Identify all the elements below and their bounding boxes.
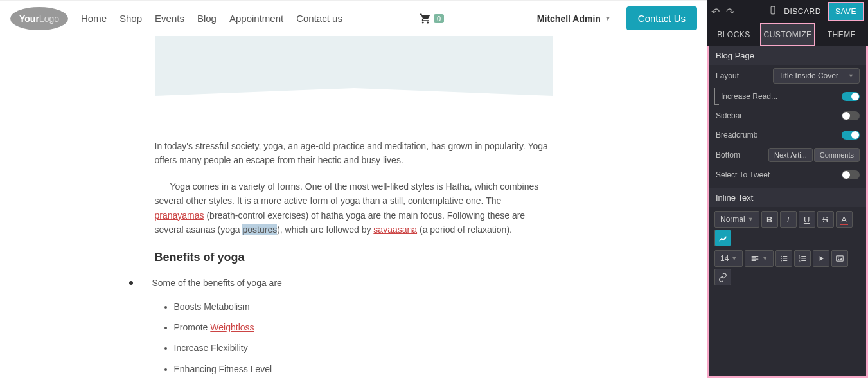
readability-toggle[interactable] bbox=[842, 92, 860, 101]
link-pranayamas[interactable]: pranayamas bbox=[155, 210, 204, 221]
chevron-down-icon: ▼ bbox=[848, 73, 854, 79]
list-ul-icon bbox=[779, 254, 788, 263]
chevron-down-icon: ▼ bbox=[748, 216, 754, 222]
nav-appointment[interactable]: Appointment bbox=[229, 13, 283, 24]
main-nav: Home Shop Events Blog Appointment Contac… bbox=[81, 13, 342, 24]
nav-shop[interactable]: Shop bbox=[120, 13, 142, 24]
link-savaasana[interactable]: savaasana bbox=[373, 224, 417, 235]
cart-icon bbox=[420, 13, 431, 24]
align-left-icon bbox=[750, 254, 759, 263]
svg-point-3 bbox=[781, 260, 782, 262]
font-size-select[interactable]: 14▼ bbox=[714, 250, 743, 267]
breadcrumb-toggle[interactable] bbox=[842, 130, 860, 140]
tab-customize[interactable]: CUSTOMIZE bbox=[760, 23, 815, 46]
logo-text-a: Your bbox=[19, 14, 39, 24]
chevron-down-icon: ▼ bbox=[605, 15, 611, 22]
section-blog-page: Blog Page bbox=[709, 46, 866, 65]
heading-benefits[interactable]: Benefits of yoga bbox=[155, 248, 553, 267]
list-item[interactable]: Increase Flexibility bbox=[174, 341, 553, 355]
image-button[interactable] bbox=[831, 250, 848, 267]
list-item[interactable]: Boosts Metabolism bbox=[174, 300, 553, 314]
layout-label: Layout bbox=[716, 71, 773, 80]
logo[interactable]: YourLogo bbox=[10, 7, 68, 30]
chevron-down-icon: ▼ bbox=[762, 255, 768, 262]
strikethrough-button[interactable]: S bbox=[817, 211, 834, 228]
redo-icon[interactable]: ↷ bbox=[726, 6, 734, 18]
text-format-select[interactable]: Normal▼ bbox=[714, 211, 759, 228]
paragraph-forms[interactable]: Yoga comes in a variety of forms. One of… bbox=[155, 179, 553, 237]
chevron-down-icon: ▼ bbox=[731, 255, 737, 262]
underline-button[interactable]: U bbox=[799, 211, 815, 228]
nav-home[interactable]: Home bbox=[81, 13, 107, 24]
hero-cover bbox=[155, 36, 553, 126]
highlight-icon bbox=[718, 233, 727, 242]
svg-point-2 bbox=[781, 258, 782, 259]
list-item[interactable]: Enhancing Fitness Level bbox=[174, 362, 553, 376]
layout-select[interactable]: Title Inside Cover ▼ bbox=[773, 68, 860, 84]
link-icon bbox=[718, 273, 727, 282]
bottom-comments-button[interactable]: Comments bbox=[814, 148, 860, 162]
admin-menu[interactable]: Mitchell Admin ▼ bbox=[537, 14, 611, 24]
select-to-tweet-label: Select To Tweet bbox=[716, 170, 842, 179]
list-ol-icon: 123 bbox=[798, 254, 807, 263]
bullet-dot bbox=[129, 281, 133, 285]
editor-panel: ↶ ↷ DISCARD SAVE BLOCKS CUSTOMIZE THEME … bbox=[707, 0, 868, 378]
list-item[interactable]: Promote Weightloss bbox=[174, 320, 553, 334]
contact-us-button[interactable]: Contact Us bbox=[626, 6, 697, 30]
highlight-button[interactable] bbox=[714, 230, 731, 246]
logo-text-b: Logo bbox=[39, 14, 59, 24]
unordered-list-button[interactable] bbox=[775, 250, 792, 267]
sidebar-toggle[interactable] bbox=[842, 111, 860, 120]
cart-count-badge: 0 bbox=[434, 14, 444, 23]
bottom-label: Bottom bbox=[716, 150, 768, 159]
cart-button[interactable]: 0 bbox=[420, 13, 444, 24]
mobile-preview-icon[interactable] bbox=[768, 6, 777, 17]
nav-events[interactable]: Events bbox=[155, 13, 184, 24]
tab-theme[interactable]: THEME bbox=[815, 23, 868, 46]
undo-icon[interactable]: ↶ bbox=[711, 6, 720, 18]
benefits-list[interactable]: Boosts Metabolism Promote Weightloss Inc… bbox=[174, 300, 553, 378]
bottom-next-article-button[interactable]: Next Arti... bbox=[768, 148, 813, 162]
play-icon bbox=[817, 254, 826, 263]
section-inline-text: Inline Text bbox=[709, 188, 866, 207]
link-button[interactable] bbox=[714, 269, 731, 285]
admin-name-label: Mitchell Admin bbox=[537, 14, 601, 24]
ordered-list-button[interactable]: 123 bbox=[794, 250, 811, 267]
paragraph-benefits-intro[interactable]: Some of the benefits of yoga are bbox=[152, 276, 282, 290]
select-to-tweet-toggle[interactable] bbox=[842, 170, 860, 179]
discard-button[interactable]: DISCARD bbox=[784, 7, 821, 16]
link-weightloss[interactable]: Weightloss bbox=[210, 322, 254, 332]
save-button[interactable]: SAVE bbox=[828, 2, 864, 21]
image-icon bbox=[835, 254, 844, 263]
paragraph-intro[interactable]: In today's stressful society, yoga, an a… bbox=[155, 139, 553, 168]
nav-blog[interactable]: Blog bbox=[197, 13, 217, 24]
media-button[interactable] bbox=[813, 250, 829, 267]
align-button[interactable]: ▼ bbox=[745, 250, 774, 267]
italic-button[interactable]: I bbox=[780, 211, 797, 228]
svg-text:3: 3 bbox=[799, 259, 801, 262]
readability-label: Increase Read... bbox=[721, 92, 842, 101]
breadcrumb-label: Breadcrumb bbox=[716, 130, 842, 140]
nav-contact[interactable]: Contact us bbox=[296, 13, 342, 24]
sidebar-label: Sidebar bbox=[716, 111, 842, 120]
text-color-button[interactable]: A bbox=[836, 211, 853, 228]
svg-point-8 bbox=[838, 257, 839, 258]
highlighted-postures[interactable]: postures bbox=[242, 224, 277, 235]
svg-point-1 bbox=[781, 256, 782, 257]
svg-rect-0 bbox=[771, 6, 775, 14]
tab-blocks[interactable]: BLOCKS bbox=[707, 23, 760, 46]
bold-button[interactable]: B bbox=[761, 211, 778, 228]
